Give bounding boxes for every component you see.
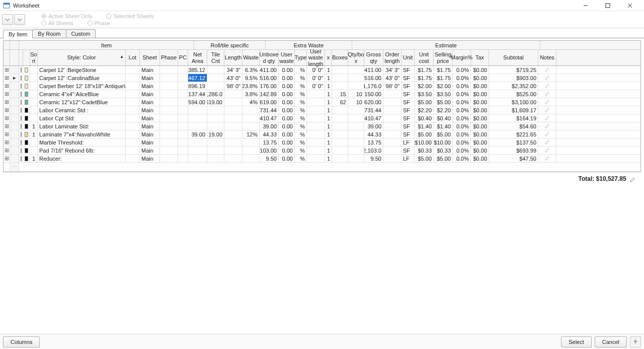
cell-unboxed[interactable]: 2,103.00 [260, 147, 279, 154]
cell-type[interactable]: % [295, 90, 307, 98]
cell-unboxed[interactable]: 1,176.00 [260, 82, 279, 90]
cell-pc[interactable] [178, 130, 188, 138]
cell-waste[interactable] [243, 138, 260, 146]
cell-gross[interactable]: 411.00 [364, 66, 383, 74]
cell-subtotal[interactable]: $525.00 [489, 90, 538, 98]
cell-lot[interactable] [126, 114, 140, 122]
cell-length[interactable] [224, 155, 243, 162]
cell-pc[interactable] [178, 122, 188, 130]
cell-tile-cnt[interactable] [207, 82, 224, 90]
cell-unit[interactable]: SF [401, 98, 415, 106]
table-row[interactable]: ⊞Pad 7/16" Rebond 6lb:Main2,103.000.00%1… [4, 147, 640, 155]
col-pc[interactable]: PC [178, 50, 188, 65]
cell-unboxed[interactable]: 411.00 [260, 66, 279, 74]
close-button[interactable] [619, 0, 641, 11]
cell-x[interactable]: 1 [325, 90, 332, 98]
cell-length[interactable] [224, 130, 243, 138]
cell-unit[interactable]: SF [401, 90, 415, 98]
cell-net-area[interactable] [188, 114, 207, 122]
cell-unboxed[interactable]: 44.33 [260, 130, 279, 138]
cell-unit[interactable]: SF [401, 66, 415, 74]
col-waste[interactable]: Waste [243, 50, 260, 65]
radio-phase[interactable]: Phase [88, 20, 110, 26]
cell-tax[interactable]: $0.00 [471, 122, 489, 130]
cell-type[interactable]: % [295, 122, 307, 130]
cell-unit[interactable]: SF [401, 82, 415, 90]
cell-unit[interactable]: SF [401, 147, 415, 154]
cell-boxes[interactable] [332, 138, 348, 146]
cell-unit-cost[interactable]: $10.00 [415, 138, 434, 146]
cell-unit-cost[interactable]: $0.40 [415, 114, 434, 122]
cell-lot[interactable] [126, 147, 140, 154]
cell-notes[interactable] [538, 82, 556, 90]
cell-selling-price[interactable]: $0.40 [434, 114, 453, 122]
cell-style[interactable]: Ceramic 12"x12":CadetBlue [38, 98, 126, 106]
cell-selling-price[interactable]: $0.33 [434, 147, 453, 154]
cell-gross[interactable]: 13.75 [364, 138, 383, 146]
cancel-button[interactable]: Cancel [595, 336, 627, 347]
cell-tax[interactable]: $0.00 [471, 130, 489, 138]
cell-tax[interactable]: $0.00 [471, 106, 489, 114]
tab-custom[interactable]: Custom [66, 29, 96, 38]
col-style[interactable]: Style: Color▲ [38, 50, 126, 65]
cell-qty-box[interactable] [348, 130, 364, 138]
cell-net-area[interactable] [188, 147, 207, 154]
cell-phase[interactable] [160, 82, 178, 90]
expand-icon[interactable]: ⊞ [4, 82, 10, 90]
cell-sort[interactable] [30, 98, 38, 106]
cell-length[interactable]: 43' 0" [224, 74, 243, 82]
cell-subtotal[interactable]: $164.19 [489, 114, 538, 122]
cell-qty-box[interactable] [348, 74, 364, 82]
cell-sheet[interactable]: Main [140, 114, 160, 122]
cell-user-waste[interactable]: 0.00 [279, 147, 295, 154]
cell-subtotal[interactable]: $1,609.17 [489, 106, 538, 114]
cell-user-waste[interactable]: 0.00 [279, 66, 295, 74]
cell-pc[interactable] [178, 106, 188, 114]
dropdown-button-2[interactable] [14, 14, 25, 25]
cell-margin[interactable]: 0.0% [453, 106, 471, 114]
col-qty-box[interactable]: Qty/bo x [348, 50, 364, 65]
cell-type[interactable]: % [295, 155, 307, 162]
cell-gross[interactable]: 39.00 [364, 122, 383, 130]
cell-phase[interactable] [160, 122, 178, 130]
cell-waste[interactable]: 6.3% [243, 66, 260, 74]
expand-icon[interactable]: ⊞ [4, 147, 10, 154]
cell-qty-box[interactable]: 10 [348, 90, 364, 98]
col-unit[interactable]: Unit [401, 50, 415, 65]
cell-pc[interactable] [178, 90, 188, 98]
radio-active-sheet[interactable]: Active Sheet Only [41, 13, 92, 19]
cell-user-waste[interactable]: 0.00 [279, 106, 295, 114]
cell-selling-price[interactable]: $10.00 [434, 138, 453, 146]
expand-icon[interactable]: ⊞ [4, 74, 10, 82]
cell-unit[interactable]: SF [401, 114, 415, 122]
cell-length[interactable]: 98' 0" [224, 82, 243, 90]
cell-order-length[interactable] [383, 90, 401, 98]
expand-icon[interactable]: ⊞ [4, 90, 10, 98]
cell-unit-cost[interactable]: $2.00 [415, 82, 434, 90]
cell-unboxed[interactable]: 142.89 [260, 90, 279, 98]
cell-boxes[interactable] [332, 114, 348, 122]
cell-margin[interactable]: 0.0% [453, 82, 471, 90]
cell-x[interactable]: 1 [325, 130, 332, 138]
cell-pc[interactable] [178, 66, 188, 74]
cell-type[interactable]: % [295, 106, 307, 114]
expand-icon[interactable]: ⊞ [4, 114, 10, 122]
cell-waste[interactable] [243, 122, 260, 130]
cell-qty-box[interactable] [348, 147, 364, 154]
cell-x[interactable]: 1 [325, 147, 332, 154]
tab-by-room[interactable]: By Room [32, 29, 66, 38]
cell-user-waste[interactable]: 0.00 [279, 155, 295, 162]
cell-qty-box[interactable] [348, 114, 364, 122]
cell-style[interactable]: Reducer: [38, 155, 126, 162]
cell-margin[interactable]: 0.0% [453, 147, 471, 154]
cell-tax[interactable]: $0.00 [471, 98, 489, 106]
cell-sort[interactable] [30, 74, 38, 82]
cell-user-waste-length[interactable] [307, 147, 325, 154]
cell-type[interactable]: % [295, 98, 307, 106]
cell-subtotal[interactable]: $693.99 [489, 147, 538, 154]
cell-sheet[interactable]: Main [140, 130, 160, 138]
cell-user-waste-length[interactable] [307, 122, 325, 130]
cell-length[interactable] [224, 106, 243, 114]
cell-unboxed[interactable]: 410.47 [260, 114, 279, 122]
cell-length[interactable] [224, 138, 243, 146]
